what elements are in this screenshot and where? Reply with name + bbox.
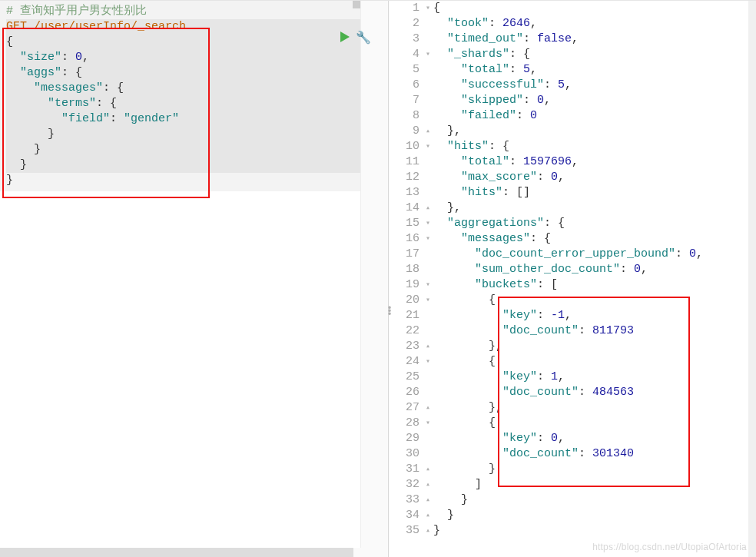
fold-toggle-icon[interactable] [423, 247, 433, 262]
code-text: { [433, 293, 496, 308]
code-line[interactable]: { [6, 35, 388, 50]
response-line: 27▴ }, [389, 400, 756, 416]
response-line: 25 "key": 1, [389, 370, 756, 385]
fold-toggle-icon[interactable]: ▴ [423, 201, 433, 216]
response-line: 20▾ { [389, 293, 756, 308]
editor-scrollbar-vertical[interactable] [353, 1, 360, 542]
fold-toggle-icon[interactable]: ▴ [423, 523, 433, 539]
editor-gutter [360, 1, 388, 557]
fold-toggle-icon[interactable]: ▾ [423, 416, 433, 431]
line-number: 2 [389, 16, 423, 31]
response-line: 13 "hits": [] [389, 185, 756, 201]
code-text: "skipped": 0, [433, 93, 551, 108]
line-number: 28 [389, 416, 423, 431]
pane-resize-handle[interactable]: ••• [383, 307, 394, 317]
request-editor-pane[interactable]: # 查询知乎用户男女性别比GET /user/userInfo/_search{… [0, 1, 389, 557]
fold-toggle-icon[interactable]: ▴ [423, 462, 433, 477]
run-request-icon[interactable] [340, 31, 350, 42]
response-line: 11 "total": 1597696, [389, 154, 756, 170]
response-line: 9▴ }, [389, 124, 756, 139]
fold-toggle-icon[interactable] [423, 323, 433, 339]
code-text: "doc_count": 484563 [433, 385, 634, 400]
code-text: "failed": 0 [433, 108, 537, 124]
code-line[interactable]: "terms": { [6, 96, 388, 111]
line-number: 16 [389, 231, 423, 247]
code-line[interactable]: } [6, 142, 388, 157]
fold-toggle-icon[interactable] [423, 385, 433, 400]
scrollbar-thumb[interactable] [353, 1, 360, 8]
code-line[interactable]: } [6, 127, 388, 142]
fold-toggle-icon[interactable] [423, 370, 433, 385]
fold-toggle-icon[interactable] [423, 16, 433, 31]
code-text: }, [433, 339, 502, 354]
line-number: 15 [389, 216, 423, 231]
line-number: 23 [389, 339, 423, 354]
response-line: 16▾ "messages": { [389, 231, 756, 247]
response-line: 32▴ ] [389, 477, 756, 492]
line-number: 32 [389, 477, 423, 492]
code-text: "doc_count": 811793 [433, 323, 634, 339]
response-line: 34▴ } [389, 508, 756, 523]
response-line: 26 "doc_count": 484563 [389, 385, 756, 400]
code-text: "total": 5, [433, 62, 537, 78]
fold-toggle-icon[interactable]: ▾ [423, 293, 433, 308]
fold-toggle-icon[interactable]: ▾ [423, 47, 433, 62]
fold-toggle-icon[interactable] [423, 308, 433, 323]
code-text: }, [433, 124, 461, 139]
fold-toggle-icon[interactable]: ▴ [423, 477, 433, 492]
fold-toggle-icon[interactable] [423, 93, 433, 108]
fold-toggle-icon[interactable] [423, 446, 433, 462]
request-line[interactable]: GET /user/userInfo/_search [6, 19, 388, 35]
fold-toggle-icon[interactable] [423, 62, 433, 78]
response-line: 17 "doc_count_error_upper_bound": 0, [389, 247, 756, 262]
line-number: 12 [389, 170, 423, 185]
response-line: 19▾ "buckets": [ [389, 277, 756, 293]
fold-toggle-icon[interactable]: ▾ [423, 139, 433, 154]
fold-toggle-icon[interactable]: ▴ [423, 400, 433, 416]
fold-toggle-icon[interactable] [423, 262, 433, 277]
request-editor[interactable]: # 查询知乎用户男女性别比GET /user/userInfo/_search{… [0, 1, 388, 191]
line-number: 13 [389, 185, 423, 201]
response-line: 31▴ } [389, 462, 756, 477]
fold-toggle-icon[interactable] [423, 31, 433, 47]
response-scrollbar[interactable] [748, 1, 756, 557]
response-pane[interactable]: 1▾{2 "took": 2646,3 "timed_out": false,4… [389, 1, 756, 557]
fold-toggle-icon[interactable]: ▾ [423, 354, 433, 370]
code-text: "timed_out": false, [433, 31, 579, 47]
line-number: 31 [389, 462, 423, 477]
code-line[interactable]: "field": "gender" [6, 111, 388, 127]
code-line[interactable]: } [6, 173, 388, 188]
code-line[interactable]: } [6, 157, 388, 173]
fold-toggle-icon[interactable]: ▴ [423, 508, 433, 523]
fold-toggle-icon[interactable] [423, 185, 433, 201]
code-text: "total": 1597696, [433, 154, 579, 170]
code-text: } [433, 523, 440, 539]
response-line: 3 "timed_out": false, [389, 31, 756, 47]
response-line: 4▾ "_shards": { [389, 47, 756, 62]
code-line[interactable]: "aggs": { [6, 65, 388, 81]
fold-toggle-icon[interactable] [423, 431, 433, 446]
fold-toggle-icon[interactable]: ▾ [423, 216, 433, 231]
fold-toggle-icon[interactable]: ▾ [423, 277, 433, 293]
response-viewer[interactable]: 1▾{2 "took": 2646,3 "timed_out": false,4… [389, 1, 756, 539]
editor-scrollbar-horizontal[interactable] [0, 548, 361, 557]
fold-toggle-icon[interactable] [423, 170, 433, 185]
fold-toggle-icon[interactable]: ▴ [423, 339, 433, 354]
code-line[interactable]: "size": 0, [6, 50, 388, 65]
fold-toggle-icon[interactable]: ▴ [423, 492, 433, 508]
fold-toggle-icon[interactable] [423, 108, 433, 124]
code-text: "hits": { [433, 139, 509, 154]
fold-toggle-icon[interactable] [423, 154, 433, 170]
code-line[interactable]: "messages": { [6, 81, 388, 96]
fold-toggle-icon[interactable] [423, 78, 433, 93]
line-number: 3 [389, 31, 423, 47]
scrollbar-thumb[interactable] [0, 548, 353, 557]
line-number: 5 [389, 62, 423, 78]
split-panes: # 查询知乎用户男女性别比GET /user/userInfo/_search{… [0, 0, 756, 557]
response-line: 28▾ { [389, 416, 756, 431]
fold-toggle-icon[interactable]: ▾ [423, 1, 433, 16]
response-line: 35▴} [389, 523, 756, 539]
fold-toggle-icon[interactable]: ▴ [423, 124, 433, 139]
line-number: 26 [389, 385, 423, 400]
fold-toggle-icon[interactable]: ▾ [423, 231, 433, 247]
